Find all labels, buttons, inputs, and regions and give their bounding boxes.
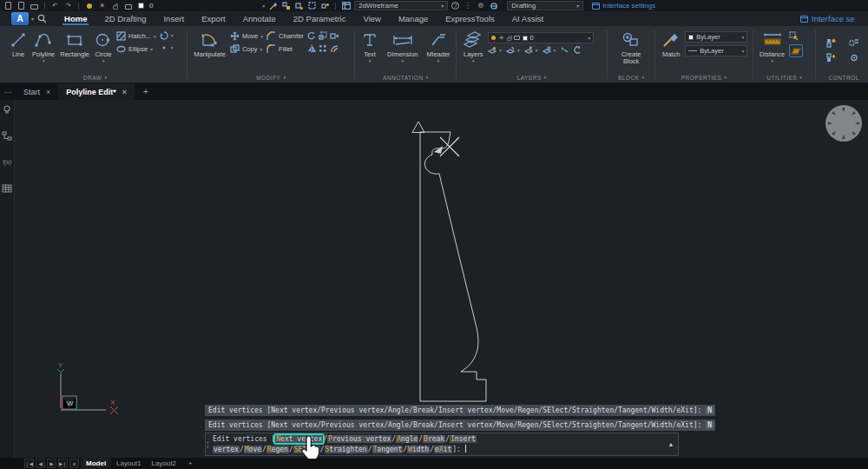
match-properties-icon[interactable] xyxy=(268,2,278,10)
stretch-icon[interactable] xyxy=(330,31,339,40)
search-icon[interactable] xyxy=(37,11,47,26)
close-tab-icon[interactable]: × xyxy=(46,88,50,96)
ribbon-tab-annotate[interactable]: Annotate xyxy=(234,11,285,26)
workspace-dropdown[interactable]: Drafting ▾ xyxy=(507,1,583,10)
visual-style-dropdown[interactable]: 2dWireframe ▾ xyxy=(354,1,448,10)
create-block-button[interactable]: Create Block xyxy=(611,28,651,65)
command-prompt[interactable]: Edit vertices [Next vertex/Previous vert… xyxy=(210,433,664,455)
manipulate-button[interactable]: Manipulate xyxy=(191,28,228,63)
settings-icon[interactable] xyxy=(849,53,859,63)
last-layout-button[interactable]: ▶❘ xyxy=(58,459,68,468)
layer-lock-icon[interactable] xyxy=(110,2,120,10)
layer-states-icon[interactable] xyxy=(560,46,569,54)
block-group-label[interactable]: BLOCK▾ xyxy=(611,72,651,83)
rectangle-button[interactable]: Rectangle xyxy=(57,28,92,63)
ellipse-button[interactable]: Ellipse ▾ xyxy=(116,44,156,54)
cmd-option-move[interactable]: Move xyxy=(244,446,262,453)
regen-icon[interactable] xyxy=(826,38,837,48)
quick-layer-value[interactable]: 0 xyxy=(149,2,153,10)
ribbon-tab-home[interactable]: Home xyxy=(56,11,95,26)
cmd-option-straighten[interactable]: Straighten xyxy=(325,446,368,453)
chevron-down-icon[interactable]: ▾ xyxy=(260,34,263,39)
draw-group-label[interactable]: DRAW▾ xyxy=(7,72,183,83)
undo-icon[interactable]: ↶ xyxy=(50,2,60,10)
layer-previous-icon[interactable] xyxy=(573,46,582,54)
chevron-down-icon[interactable]: ▾ xyxy=(171,45,174,50)
rotate-icon[interactable] xyxy=(307,31,316,40)
entity-snap-icon[interactable] xyxy=(281,2,291,10)
mleader-button[interactable]: Mleader▾ xyxy=(424,28,452,63)
text-button[interactable]: Text▾ xyxy=(358,28,381,63)
layer-color-swatch[interactable] xyxy=(136,2,146,10)
settings-gear-icon[interactable]: ⚙ xyxy=(476,2,485,10)
open-document-icon[interactable] xyxy=(16,2,26,10)
structure-panel-icon[interactable] xyxy=(2,130,13,142)
ribbon-tab-view[interactable]: View xyxy=(354,11,389,26)
cmd-option-vertex[interactable]: vertex xyxy=(213,446,240,453)
layers-button[interactable]: Layers▾ xyxy=(460,28,486,63)
layer-lock-icon[interactable] xyxy=(507,37,511,41)
command-line-input[interactable]: Edit vertices [Next vertex/Previous vert… xyxy=(205,433,679,456)
layer-dropdown-caret[interactable]: ▾ xyxy=(262,3,265,9)
cmd-option-previous-vertex[interactable]: Previous vertex xyxy=(327,435,391,443)
line-button[interactable]: Line xyxy=(7,28,30,63)
ribbon-tab-2d-drafting[interactable]: 2D Drafting xyxy=(95,11,155,26)
quick-select-icon[interactable] xyxy=(789,31,799,41)
match-properties-button[interactable]: Match xyxy=(659,28,683,58)
layer-thaw-sun-icon[interactable]: ☀ xyxy=(498,35,503,42)
ribbon-tab-ai-assist[interactable]: AI Assist xyxy=(503,11,552,26)
more-options-icon[interactable]: ⋮ xyxy=(463,2,472,10)
redraw-icon[interactable] xyxy=(849,38,859,48)
cmd-option-tangent[interactable]: Tangent xyxy=(372,446,404,453)
chevron-down-icon[interactable]: ▾ xyxy=(150,47,153,52)
layout-tab-model[interactable]: Model xyxy=(81,458,111,469)
id-point-button-active[interactable] xyxy=(789,44,803,57)
next-layout-button[interactable]: ▶ xyxy=(47,459,56,468)
document-tab-polyline-edit-[interactable]: Polyline Edit*× xyxy=(58,83,135,100)
ribbon-tab-insert[interactable]: Insert xyxy=(155,11,193,26)
application-menu-caret[interactable]: ▾ xyxy=(31,11,34,26)
linetype-dropdown[interactable]: ByLayer ▾ xyxy=(685,45,747,56)
cmd-option-break[interactable]: Break xyxy=(423,435,445,443)
dimension-button[interactable]: Dimension▾ xyxy=(385,28,420,63)
close-tab-icon[interactable]: × xyxy=(122,88,127,96)
utilities-group-label[interactable]: UTILITIES▾ xyxy=(757,72,812,83)
layer-color-swatch[interactable] xyxy=(523,36,528,41)
layer-unisolate-button[interactable]: ▾ xyxy=(506,46,520,54)
polyline-button[interactable]: Polyline▾ xyxy=(30,28,57,63)
new-tab-button[interactable]: + xyxy=(138,87,154,96)
print-icon[interactable] xyxy=(30,2,39,10)
ribbon-tab-2d-parametric[interactable]: 2D Parametric xyxy=(285,11,355,26)
layer-freeze-sun-icon[interactable]: ☀ xyxy=(97,2,107,10)
layer-plot-icon[interactable] xyxy=(514,36,520,40)
tab-overflow-icon[interactable]: ⋯ xyxy=(0,88,16,96)
interface-settings-button-right[interactable]: Interface se xyxy=(800,11,868,26)
scale-icon[interactable] xyxy=(319,31,327,40)
annotation-group-label[interactable]: ANNOTATION▾ xyxy=(358,72,452,83)
boundary-button[interactable]: ▾ xyxy=(160,31,174,40)
chevron-down-icon[interactable]: ▾ xyxy=(171,33,174,38)
layers-panel-icon[interactable] xyxy=(2,182,13,194)
cmd-option-insert[interactable]: Insert xyxy=(450,435,477,443)
new-document-icon[interactable] xyxy=(3,2,13,10)
fillet-button[interactable]: Fillet xyxy=(266,44,304,54)
layer-isolate-button[interactable]: ▾ xyxy=(488,46,502,54)
chevron-down-icon[interactable]: ▾ xyxy=(260,47,262,52)
cmd-option-angle[interactable]: Angle xyxy=(396,435,418,443)
color-dropdown[interactable]: ByLayer ▾ xyxy=(685,31,747,43)
layer-lock-button[interactable]: ▾ xyxy=(542,46,556,54)
chamfer-button[interactable]: Chamfer xyxy=(266,31,304,41)
parameters-panel-icon[interactable]: f(x) xyxy=(2,156,13,168)
cmd-option-exit[interactable]: eXit xyxy=(434,446,452,453)
interface-settings-button[interactable]: Interface settings xyxy=(592,2,655,10)
cmd-option-width[interactable]: Width xyxy=(407,446,430,453)
hint-panel-icon[interactable] xyxy=(2,104,13,116)
modify-group-label[interactable]: MODIFY▾ xyxy=(191,72,351,83)
layer-dropdown[interactable]: ☀ 0 ▾ xyxy=(488,32,594,43)
layer-tools-icon[interactable] xyxy=(294,2,304,10)
copy-button[interactable]: Copy ▾ xyxy=(230,44,263,54)
cmd-option-regen[interactable]: Regen xyxy=(266,446,289,453)
new-layout-button[interactable]: + xyxy=(183,458,198,469)
redo-icon[interactable]: ↷ xyxy=(63,2,73,10)
blips-icon[interactable] xyxy=(826,53,837,63)
